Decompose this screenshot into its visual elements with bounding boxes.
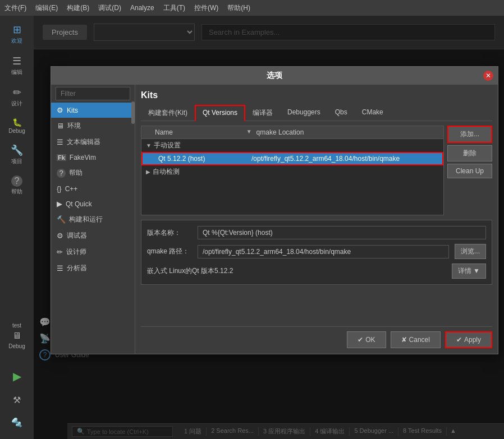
test-label: test bbox=[12, 322, 21, 329]
menu-analyze[interactable]: Analyze bbox=[130, 4, 154, 12]
modal-overlay: 选项 ✕ ⚙ Kits 🖥 环境 ☰ bbox=[34, 16, 504, 439]
nav-item-env[interactable]: 🖥 环境 bbox=[51, 118, 135, 134]
sidebar-label-welcome: 欢迎 bbox=[11, 37, 22, 45]
nav-item-fakevim[interactable]: Fk FakeVim bbox=[51, 150, 135, 165]
nav-item-qtquick[interactable]: ▶ Qt Quick bbox=[51, 196, 135, 211]
debugger-nav-label: 调试器 bbox=[67, 231, 87, 241]
col-qmake-header: qmake Location bbox=[256, 128, 439, 136]
menu-debug[interactable]: 调试(D) bbox=[98, 3, 121, 13]
ok-button[interactable]: ✔ OK bbox=[347, 331, 386, 348]
sidebar-item-debug[interactable]: 🐛 Debug bbox=[1, 115, 33, 136]
cleanup-button[interactable]: Clean Up bbox=[447, 164, 492, 178]
embedded-label: 嵌入式 Linux的Qt 版本5.12.2 bbox=[147, 266, 233, 276]
help-nav-icon: ? bbox=[57, 169, 66, 178]
build-run-nav-icon: 🔨 bbox=[57, 215, 66, 224]
cancel-button[interactable]: ✘ Cancel bbox=[391, 331, 441, 348]
modal-titlebar: 选项 ✕ bbox=[51, 67, 498, 85]
cpp-nav-icon: {} bbox=[57, 184, 62, 193]
nav-item-debugger[interactable]: ⚙ 调试器 bbox=[51, 228, 135, 244]
test-debug-icon[interactable]: 🖥 bbox=[12, 331, 21, 341]
help-nav-label: 帮助 bbox=[69, 168, 83, 178]
run-icon[interactable]: ▶ bbox=[13, 369, 21, 383]
nav-item-kits[interactable]: ⚙ Kits bbox=[51, 103, 135, 118]
sidebar-item-project[interactable]: 🔧 项目 bbox=[1, 142, 33, 168]
nav-item-cpp[interactable]: {} C++ bbox=[51, 181, 135, 196]
table-header-row: Name ▼ qmake Location bbox=[141, 126, 443, 139]
qmake-input[interactable] bbox=[198, 245, 449, 258]
build-run-nav-label: 构建和运行 bbox=[69, 215, 103, 224]
col-name-header: Name bbox=[155, 128, 246, 136]
sidebar-label-help: 帮助 bbox=[11, 188, 22, 196]
modal-left-nav: ⚙ Kits 🖥 环境 ☰ 文本编辑器 Fk FakeVim ? 帮助 bbox=[51, 85, 135, 354]
nav-item-more bbox=[51, 276, 135, 288]
project-icon: 🔧 bbox=[11, 144, 23, 156]
add-button[interactable]: 添加... bbox=[447, 126, 492, 143]
kits-nav-icon: ⚙ bbox=[57, 106, 63, 114]
test-debug-label: Debug bbox=[8, 343, 25, 349]
delete-button[interactable]: 删除 bbox=[447, 145, 492, 161]
apply-label: Apply bbox=[464, 336, 481, 344]
section-auto: ▶ 自动检测 bbox=[141, 165, 443, 178]
tab-cmake[interactable]: CMake bbox=[355, 105, 391, 121]
sidebar-item-edit[interactable]: ☰ 编辑 bbox=[1, 53, 33, 78]
modal-close-button[interactable]: ✕ bbox=[483, 71, 493, 81]
tab-debuggers[interactable]: Debuggers bbox=[280, 105, 328, 121]
tab-compilers[interactable]: 编译器 bbox=[245, 105, 280, 121]
env-nav-label: 环境 bbox=[67, 121, 81, 131]
grid-icon: ⊞ bbox=[13, 24, 21, 36]
debugger-nav-icon: ⚙ bbox=[57, 232, 63, 240]
qt-version-row-selected[interactable]: Qt 5.12.2 (host) /opt/firefly_qt5.12.2_a… bbox=[141, 152, 443, 165]
menu-file[interactable]: 文件(F) bbox=[4, 3, 26, 13]
form-section: 版本名称： qmake 路径： 浏览... 嵌入式 Linux的Qt 版本5.1… bbox=[141, 220, 492, 285]
nav-item-help[interactable]: ? 帮助 bbox=[51, 165, 135, 181]
nav-item-build-run[interactable]: 🔨 构建和运行 bbox=[51, 211, 135, 228]
browse-button[interactable]: 浏览... bbox=[455, 244, 486, 259]
qt-versions-table: Name ▼ qmake Location ▼ 手动设置 bbox=[141, 126, 444, 215]
filter-input[interactable] bbox=[56, 87, 130, 100]
tab-qt-versions[interactable]: Qt Versions bbox=[195, 105, 245, 121]
section-auto-label: 自动检测 bbox=[153, 167, 180, 177]
apply-button[interactable]: ✔ Apply bbox=[445, 331, 492, 348]
kits-nav-label: Kits bbox=[67, 107, 78, 114]
fakevim-nav-label: FakeVim bbox=[70, 154, 96, 161]
designer-nav-label: 设计师 bbox=[66, 247, 86, 257]
sidebar-label-debug: Debug bbox=[8, 128, 25, 134]
table-action-buttons: 添加... 删除 Clean Up bbox=[447, 126, 492, 215]
analyzer-nav-label: 分析器 bbox=[67, 264, 87, 273]
edit-icon: ☰ bbox=[12, 55, 21, 67]
debug-icon: 🐛 bbox=[12, 118, 22, 127]
name-input[interactable] bbox=[198, 226, 486, 239]
sidebar: ⊞ 欢迎 ☰ 编辑 ✏ 设计 🐛 Debug 🔧 项目 ? 帮助 test 🖥 … bbox=[0, 16, 34, 439]
settings-bottom-icon[interactable]: 🔩 bbox=[11, 417, 22, 428]
sidebar-item-help[interactable]: ? 帮助 bbox=[1, 173, 33, 198]
nav-item-text-editor[interactable]: ☰ 文本编辑器 bbox=[51, 134, 135, 150]
menu-build[interactable]: 构建(B) bbox=[67, 3, 89, 13]
tab-qbs[interactable]: Qbs bbox=[328, 105, 355, 121]
ok-label: OK bbox=[365, 336, 375, 344]
apply-check-icon: ✔ bbox=[456, 336, 462, 344]
col-sort-icon: ▼ bbox=[246, 128, 252, 136]
build-arrow-icon[interactable]: ⚒ bbox=[13, 395, 21, 405]
kits-title: Kits bbox=[141, 90, 492, 100]
section-collapse-icon[interactable]: ▼ bbox=[146, 142, 152, 149]
modal-body: ⚙ Kits 🖥 环境 ☰ 文本编辑器 Fk FakeVim ? 帮助 bbox=[51, 85, 498, 354]
menu-controls[interactable]: 控件(W) bbox=[194, 3, 218, 13]
sidebar-item-design[interactable]: ✏ 设计 bbox=[1, 84, 33, 110]
details-button[interactable]: 详情 ▼ bbox=[452, 264, 486, 279]
tab-build-kits[interactable]: 构建套件(Kit) bbox=[141, 105, 195, 121]
name-form-row: 版本名称： bbox=[147, 226, 486, 239]
qtquick-nav-icon: ▶ bbox=[57, 200, 62, 208]
name-label: 版本名称： bbox=[147, 228, 192, 238]
menu-edit[interactable]: 编辑(E) bbox=[35, 3, 58, 13]
modal-dialog: 选项 ✕ ⚙ Kits 🖥 环境 ☰ bbox=[51, 66, 498, 354]
env-nav-icon: 🖥 bbox=[57, 122, 64, 130]
menu-help[interactable]: 帮助(H) bbox=[227, 3, 250, 13]
nav-item-analyzer[interactable]: ☰ 分析器 bbox=[51, 260, 135, 276]
menu-tools[interactable]: 工具(T) bbox=[163, 3, 185, 13]
section-auto-collapse-icon[interactable]: ▶ bbox=[146, 169, 150, 175]
section-manual: ▼ 手动设置 bbox=[141, 139, 443, 152]
sidebar-item-welcome[interactable]: ⊞ 欢迎 bbox=[1, 21, 33, 47]
section-manual-label: 手动设置 bbox=[154, 141, 181, 150]
nav-item-designer[interactable]: ✏ 设计师 bbox=[51, 244, 135, 260]
analyzer-nav-icon: ☰ bbox=[57, 264, 63, 272]
